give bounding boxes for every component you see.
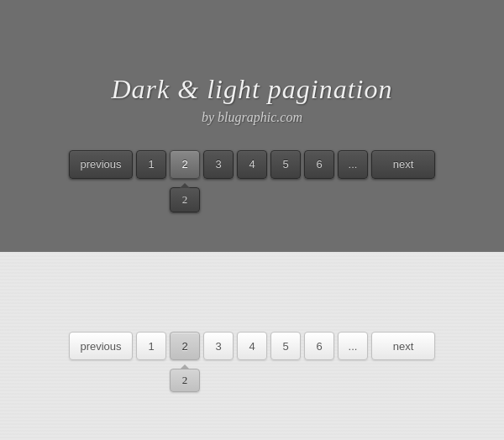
dark-previous-button[interactable]: previous (69, 150, 133, 179)
dark-page-2-active[interactable]: 2 (170, 150, 200, 179)
dark-page-1[interactable]: 1 (136, 150, 166, 179)
dark-page-3[interactable]: 3 (203, 150, 234, 179)
light-page-2-active[interactable]: 2 (170, 332, 200, 360)
dark-page-5[interactable]: 5 (270, 150, 301, 179)
light-ellipsis[interactable]: ... (338, 332, 368, 360)
light-pagination: previous 1 2 2 3 4 5 6 ... next (69, 332, 435, 360)
page-subtitle: by blugraphic.com (202, 110, 302, 125)
light-page-4[interactable]: 4 (237, 332, 267, 360)
light-previous-button[interactable]: previous (69, 332, 133, 360)
light-section: previous 1 2 2 3 4 5 6 ... next (0, 252, 504, 440)
light-page-1[interactable]: 1 (136, 332, 166, 360)
dark-page-6[interactable]: 6 (304, 150, 334, 179)
light-page-5[interactable]: 5 (270, 332, 301, 360)
page-title: Dark & light pagination (112, 74, 393, 105)
dark-tooltip: 2 (170, 187, 200, 212)
dark-ellipsis[interactable]: ... (338, 150, 368, 179)
light-active-page-wrapper: 2 2 (170, 332, 200, 360)
light-next-button[interactable]: next (371, 332, 435, 360)
dark-next-button[interactable]: next (371, 150, 435, 179)
light-tooltip: 2 (170, 369, 200, 392)
dark-pagination: previous 1 2 2 3 4 5 6 ... next (69, 150, 435, 179)
dark-active-page-wrapper: 2 2 (170, 150, 200, 179)
dark-section: Dark & light pagination by blugraphic.co… (0, 0, 504, 252)
light-page-3[interactable]: 3 (203, 332, 234, 360)
dark-page-4[interactable]: 4 (237, 150, 267, 179)
light-page-6[interactable]: 6 (304, 332, 334, 360)
